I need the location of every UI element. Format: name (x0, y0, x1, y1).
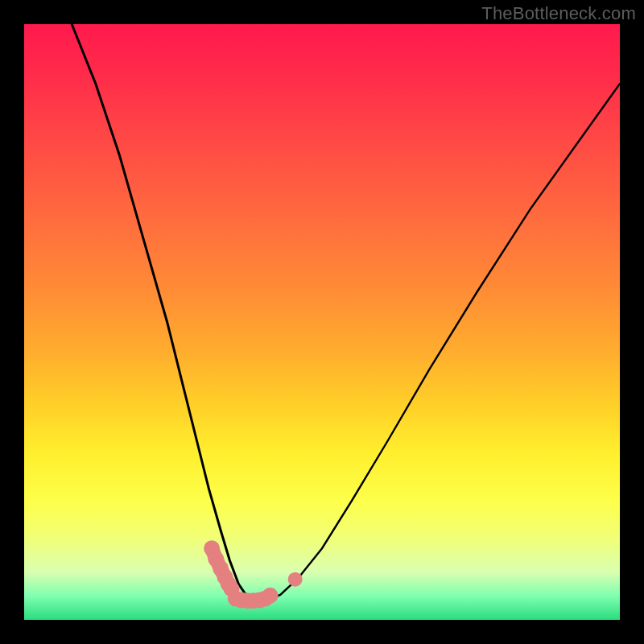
marker-layer (204, 540, 303, 609)
marker-right-dot (288, 572, 303, 587)
chart-frame: TheBottleneck.com (0, 0, 644, 644)
markers-bottom-dot (262, 588, 279, 604)
curve-layer (72, 24, 620, 601)
right-curve (255, 84, 620, 601)
plot-area (24, 24, 620, 620)
left-curve (72, 24, 255, 601)
curves-svg (24, 24, 620, 620)
watermark-text: TheBottleneck.com (481, 3, 636, 24)
